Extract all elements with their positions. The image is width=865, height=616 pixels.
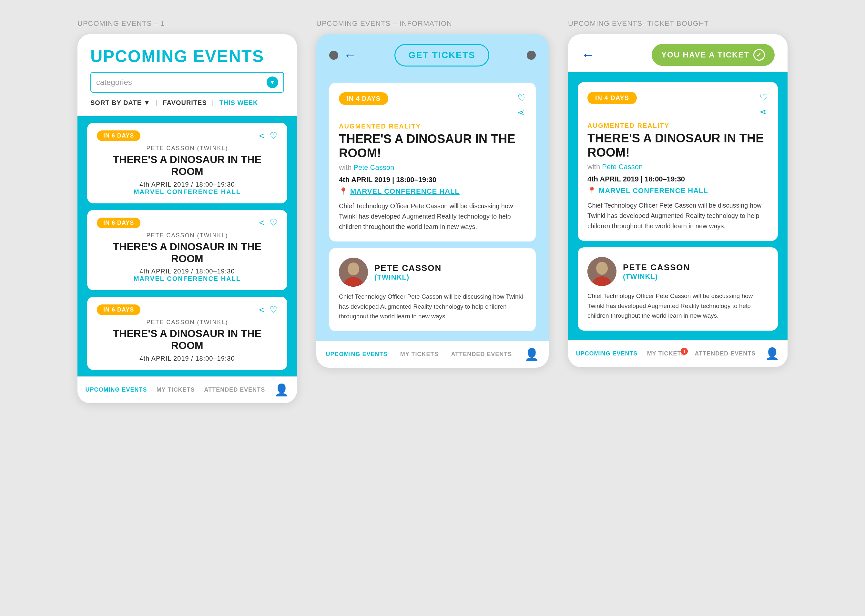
category-label: AUGMENTED REALITY — [587, 122, 768, 129]
categories-dropdown[interactable]: categories ▼ — [90, 72, 284, 93]
notification-badge: ! — [681, 348, 688, 355]
presenter-bio: Chief Technology Officer Pete Casson wil… — [587, 291, 768, 321]
event-main-title: THERE'S A DINOSAUR IN THE ROOM! — [339, 132, 526, 160]
in-4-days-badge: IN 4 DAYS — [587, 92, 637, 104]
nav-profile[interactable]: 👤 — [274, 383, 289, 397]
card-actions: < ♡ — [259, 305, 278, 315]
presenter-card: PETE CASSON (TWINKL) Chief Technology Of… — [578, 247, 778, 330]
screen3-header: ← YOU HAVE A TICKET ✓ — [568, 34, 788, 72]
event-title: THERE'S A DINOSAUR IN THE ROOM — [97, 154, 278, 178]
nav-profile[interactable]: 👤 — [524, 348, 539, 361]
event-location: 📍 MARVEL CONFERENCE HALL — [339, 187, 526, 196]
sort-by-button[interactable]: SORT BY DATE ▼ — [90, 99, 151, 107]
nav-tickets-label: MY TICKETS — [647, 350, 686, 357]
screen3-body: IN 4 DAYS ♡ ⋖ AUGMENTED REALITY THERE'S … — [568, 72, 788, 340]
share-icon[interactable]: ⋖ — [760, 107, 768, 117]
event-with: with Pete Casson — [339, 163, 526, 172]
screen1-phone: UPCOMING EVENTS categories ▼ SORT BY DAT… — [77, 34, 297, 403]
connector-dot-right — [527, 51, 536, 60]
nav-attended-events[interactable]: ATTENDED EVENTS — [695, 350, 756, 357]
profile-icon: 👤 — [765, 347, 779, 361]
nav-attended-label: ATTENDED EVENTS — [695, 350, 756, 357]
divider2: | — [212, 99, 214, 107]
profile-icon: 👤 — [274, 383, 289, 397]
heart-icon[interactable]: ♡ — [517, 92, 526, 104]
event-actions: ♡ ⋖ — [517, 92, 526, 118]
nav-profile[interactable]: 👤 — [765, 347, 779, 361]
nav-upcoming-events[interactable]: UPCOMING EVENTS — [86, 387, 147, 393]
event-detail-card: IN 4 DAYS ♡ ⋖ AUGMENTED REALITY THERE'S … — [329, 83, 536, 242]
event-card[interactable]: IN 6 DAYS < ♡ PETE CASSON (TWINKL) THERE… — [87, 297, 287, 370]
svg-point-1 — [348, 262, 359, 275]
heart-icon[interactable]: ♡ — [270, 305, 278, 315]
venue-name: MARVEL CONFERENCE HALL — [599, 187, 708, 195]
share-icon[interactable]: ⋖ — [517, 107, 526, 118]
screen2-phone: ← GET TICKETS IN 4 DAYS ♡ ⋖ AUGMENTED RE… — [316, 34, 549, 368]
filter-bar: SORT BY DATE ▼ | FAVOURITES | THIS WEEK — [90, 99, 284, 110]
presenter-link[interactable]: Pete Casson — [602, 163, 643, 171]
nav-upcoming-label: UPCOMING EVENTS — [576, 350, 638, 357]
event-datetime: 4th APRIL 2019 | 18:00–19:30 — [587, 175, 768, 183]
nav-upcoming-label: UPCOMING EVENTS — [86, 387, 147, 393]
category-label: AUGMENTED REALITY — [339, 123, 526, 130]
screen1-header: UPCOMING EVENTS categories ▼ SORT BY DAT… — [77, 34, 297, 116]
bottom-nav: UPCOMING EVENTS MY TICKETS ATTENDED EVEN… — [77, 376, 297, 403]
event-card[interactable]: IN 6 DAYS < ♡ PETE CASSON (TWINKL) THERE… — [87, 123, 287, 203]
card-actions: < ♡ — [259, 218, 278, 228]
ticket-label: YOU HAVE A TICKET — [661, 50, 749, 60]
get-tickets-button[interactable]: GET TICKETS — [394, 44, 489, 66]
this-week-button[interactable]: THIS WEEK — [219, 99, 258, 107]
location-pin-icon: 📍 — [339, 187, 348, 196]
venue-name: MARVEL CONFERENCE HALL — [350, 187, 460, 196]
favourites-button[interactable]: FAVOURITES — [163, 99, 207, 107]
event-detail-card: IN 4 DAYS ♡ ⋖ AUGMENTED REALITY THERE'S … — [578, 82, 778, 241]
event-date: 4th APRIL 2019 / 18:00–19:30 — [97, 181, 278, 188]
event-actions: ♡ ⋖ — [760, 92, 768, 117]
nav-my-tickets[interactable]: MY TICKETS — [400, 351, 439, 358]
screen3-phone: ← YOU HAVE A TICKET ✓ IN 4 DAYS ♡ ⋖ — [568, 34, 788, 367]
back-button[interactable]: ← — [344, 47, 357, 63]
days-badge: IN 6 DAYS — [97, 305, 140, 315]
event-date: 4th APRIL 2019 / 18:00–19:30 — [97, 268, 278, 275]
event-venue: MARVEL CONFERENCE HALL — [97, 188, 278, 196]
back-button[interactable]: ← — [581, 47, 595, 63]
event-datetime: 4th APRIL 2019 | 18:00–19:30 — [339, 176, 526, 184]
share-icon[interactable]: < — [259, 218, 264, 228]
nav-upcoming-events[interactable]: UPCOMING EVENTS — [326, 351, 388, 358]
screen2-header: ← GET TICKETS — [316, 34, 549, 73]
categories-arrow-icon[interactable]: ▼ — [267, 77, 278, 88]
nav-upcoming-label: UPCOMING EVENTS — [326, 351, 388, 358]
nav-attended-events[interactable]: ATTENDED EVENTS — [451, 351, 512, 358]
presenter-name: PETE CASSON — [374, 263, 441, 273]
event-card[interactable]: IN 6 DAYS < ♡ PETE CASSON (TWINKL) THERE… — [87, 210, 287, 291]
heart-icon[interactable]: ♡ — [270, 218, 278, 228]
presenter-avatar — [339, 258, 368, 287]
event-title: THERE'S A DINOSAUR IN THE ROOM — [97, 328, 278, 352]
event-description: Chief Technology Officer Pete Casson wil… — [587, 200, 768, 231]
nav-my-tickets[interactable]: MY TICKETS ! — [647, 350, 686, 357]
in-4-days-badge: IN 4 DAYS — [339, 92, 388, 105]
screen1-title: UPCOMING EVENTS — [90, 47, 284, 66]
you-have-ticket-button[interactable]: YOU HAVE A TICKET ✓ — [651, 44, 775, 66]
heart-icon[interactable]: ♡ — [270, 130, 278, 141]
heart-icon[interactable]: ♡ — [760, 92, 768, 103]
presenter-org: (TWINKL) — [374, 273, 441, 281]
bottom-nav: UPCOMING EVENTS MY TICKETS ! ATTENDED EV… — [568, 340, 788, 367]
events-list: IN 6 DAYS < ♡ PETE CASSON (TWINKL) THERE… — [77, 116, 297, 376]
nav-my-tickets[interactable]: MY TICKETS — [157, 387, 195, 393]
share-icon[interactable]: < — [259, 131, 264, 141]
location-pin-icon: 📍 — [587, 187, 596, 195]
nav-attended-events[interactable]: ATTENDED EVENTS — [204, 387, 265, 393]
event-description: Chief Technology Officer Pete Casson wil… — [339, 201, 526, 232]
nav-attended-label: ATTENDED EVENTS — [204, 387, 265, 393]
nav-upcoming-events[interactable]: UPCOMING EVENTS — [576, 350, 638, 357]
connector-dot-left — [329, 51, 338, 60]
bottom-nav: UPCOMING EVENTS MY TICKETS ATTENDED EVEN… — [316, 341, 549, 368]
checkmark-icon: ✓ — [754, 49, 765, 61]
share-icon[interactable]: < — [259, 305, 264, 315]
event-location: 📍 MARVEL CONFERENCE HALL — [587, 187, 768, 195]
card-actions: < ♡ — [259, 130, 278, 141]
event-with: with Pete Casson — [587, 163, 768, 171]
presenter-link[interactable]: Pete Casson — [353, 163, 394, 171]
svg-point-4 — [596, 262, 608, 275]
